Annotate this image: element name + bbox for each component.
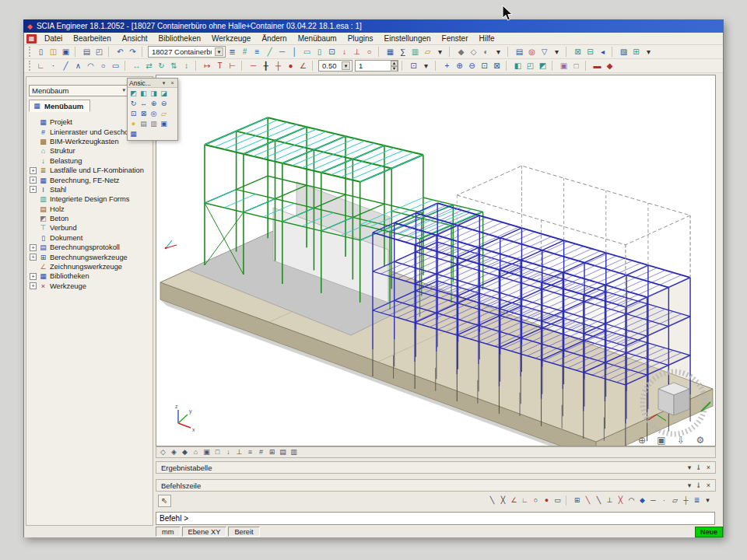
menu-fenster[interactable]: Fenster: [437, 33, 474, 44]
tree-expander-icon[interactable]: +: [30, 167, 37, 174]
bold-line-icon[interactable]: ▬: [591, 60, 603, 72]
numbering-icon[interactable]: #: [256, 447, 266, 457]
tree-item-holz[interactable]: ▤Holz: [30, 205, 151, 214]
menu-hilfe[interactable]: Hilfe: [473, 33, 500, 44]
sidebar-panel-combo[interactable]: Menübaum ▾: [29, 85, 128, 96]
sidebar-tab-menubaum[interactable]: ▦ Menübaum: [29, 100, 90, 112]
zoom-in-icon[interactable]: ⊕: [454, 60, 465, 72]
wireframe-mode-icon[interactable]: ◇: [158, 447, 168, 457]
supports-display-icon[interactable]: ⊥: [234, 447, 244, 457]
deselect-icon[interactable]: ⊟: [584, 46, 596, 58]
copy-icon[interactable]: ⇄: [143, 60, 155, 72]
tree-item-struktur[interactable]: ⌂Struktur: [30, 146, 151, 156]
tree-item-berechnungswerkzeuge[interactable]: +⊞Berechnungswerkzeuge: [30, 252, 151, 261]
snap-line-icon[interactable]: ╲: [487, 495, 497, 506]
snap-ortho-icon[interactable]: ∟: [520, 495, 530, 506]
snap-angle-icon[interactable]: ∠: [509, 495, 519, 506]
arc-icon[interactable]: ◠: [85, 60, 96, 72]
labels-display-icon[interactable]: ≡: [245, 447, 255, 457]
axis-cross-icon[interactable]: ┼: [272, 60, 284, 72]
member-icon[interactable]: ╱: [264, 46, 275, 58]
move-icon[interactable]: ↔: [131, 60, 142, 72]
print-preview-icon[interactable]: ◰: [93, 46, 105, 58]
circle-icon[interactable]: ○: [97, 60, 109, 72]
mirror-icon[interactable]: ⇅: [168, 60, 180, 72]
render-mode-icon[interactable]: ▦: [128, 129, 139, 139]
zoom-all-icon[interactable]: ⊠: [491, 60, 503, 72]
menu-men-baum[interactable]: Menübaum: [293, 33, 342, 44]
plate-icon[interactable]: ▭: [301, 46, 313, 58]
column-icon[interactable]: │: [289, 46, 300, 58]
dropdown-arrow-icon[interactable]: ▾: [420, 60, 432, 72]
rotate-icon[interactable]: ↻: [156, 60, 167, 72]
calculation-icon[interactable]: ∑: [397, 46, 409, 58]
count-spinner[interactable]: 1 ▲▼: [355, 60, 398, 72]
chevron-down-icon[interactable]: ▾: [122, 87, 125, 93]
results-close-icon[interactable]: ×: [707, 464, 710, 471]
snap-set-icon[interactable]: ▾: [703, 495, 713, 506]
clipboard-icon[interactable]: ▤: [514, 46, 525, 58]
group-icon[interactable]: ▣: [558, 60, 570, 72]
shaded-mode-icon[interactable]: ◆: [180, 447, 190, 457]
model-viewport[interactable]: zxy: [156, 75, 716, 446]
wall-icon[interactable]: ▯: [314, 46, 325, 58]
render-icon[interactable]: ◆: [455, 46, 467, 58]
tree-item-beton[interactable]: ◩Beton: [30, 214, 151, 223]
rectangle-icon[interactable]: ▭: [110, 60, 121, 72]
ungroup-icon[interactable]: □: [570, 60, 582, 72]
dropdown-arrow-icon[interactable]: ▾: [493, 46, 504, 58]
tree-item-zeichnungswerkzeuge[interactable]: ∠Zeichnungswerkzeuge: [30, 262, 151, 271]
spin-down-icon[interactable]: ▼: [391, 66, 398, 72]
tree-expander-icon[interactable]: +: [30, 282, 37, 289]
command-input[interactable]: [156, 512, 715, 525]
menu-ansicht[interactable]: Ansicht: [117, 33, 153, 44]
zoom-out-icon[interactable]: ⊖: [466, 60, 478, 72]
polyline-icon[interactable]: ∧: [72, 60, 84, 72]
tree-item-integrierte-design-forms[interactable]: ▥Integrierte Design Forms: [30, 194, 151, 204]
tree-item-verbund[interactable]: ⊤Verbund: [30, 223, 151, 233]
point-icon[interactable]: ·: [47, 60, 59, 72]
scale-combo[interactable]: 0.50 ▾: [318, 60, 352, 72]
select-icon[interactable]: ⊠: [572, 46, 584, 58]
snap-vertex-icon[interactable]: ·: [659, 495, 669, 506]
status-unit[interactable]: mm: [156, 527, 181, 537]
snap-center-icon[interactable]: ◆: [637, 495, 647, 506]
tree-expander-icon[interactable]: +: [30, 244, 37, 251]
command-close-icon[interactable]: ×: [707, 481, 710, 489]
snap-grid-icon[interactable]: ⊞: [572, 495, 582, 506]
tree-item-werkzeuge[interactable]: +×Werkzeuge: [30, 282, 151, 291]
angle-icon[interactable]: ∠: [297, 60, 309, 72]
dropdown-arrow-icon[interactable]: ▾: [551, 46, 563, 58]
results-panel-header[interactable]: Ergebnistabelle ▾ ⊸ ×: [156, 461, 716, 474]
dimension-icon[interactable]: ↦: [202, 60, 213, 72]
hidden-line-icon[interactable]: ◈: [169, 447, 179, 457]
snap-end-icon[interactable]: ╲: [594, 495, 604, 506]
beam-icon[interactable]: ─: [276, 46, 288, 58]
viewport-zoom-icon[interactable]: ⊕: [635, 434, 649, 446]
command-pin-icon[interactable]: ⊸: [696, 481, 702, 489]
opening-icon[interactable]: ⊡: [326, 46, 338, 58]
volume-icon[interactable]: ▣: [202, 447, 212, 457]
menu-einstellungen[interactable]: Einstellungen: [379, 33, 437, 44]
storey-icon[interactable]: ≡: [251, 46, 263, 58]
tree-item-lastf-lle-und-lf-kombination[interactable]: +≣Lastfälle und LF-Kombination: [30, 166, 151, 175]
support-icon[interactable]: ⊥: [351, 46, 363, 58]
new-document-icon[interactable]: ▯: [35, 46, 47, 58]
menu-werkzeuge[interactable]: Werkzeuge: [206, 33, 256, 44]
snap-int-icon[interactable]: ╳: [615, 495, 626, 506]
activity-icon[interactable]: ◎: [526, 46, 538, 58]
results-dropdown-icon[interactable]: ▾: [688, 464, 692, 471]
load-icon[interactable]: ↓: [338, 46, 350, 58]
menu-ndern[interactable]: Ändern: [256, 33, 292, 44]
top-view-icon[interactable]: ◰: [524, 60, 536, 72]
layer-visibility-icon[interactable]: ▤: [139, 119, 149, 129]
tree-item-belastung[interactable]: ↓Belastung: [30, 156, 151, 166]
snap-node-icon[interactable]: ●: [542, 495, 552, 506]
status-plane[interactable]: Ebene XY: [182, 527, 227, 537]
palette-dropdown-icon[interactable]: ▾: [160, 80, 167, 86]
table-input-icon[interactable]: ⊞: [630, 46, 642, 58]
iso-view-icon[interactable]: ◩: [537, 60, 549, 72]
red-node-icon[interactable]: ●: [285, 60, 296, 72]
snap-axis-icon[interactable]: ┼: [681, 495, 691, 506]
hinge-icon[interactable]: ○: [363, 46, 375, 58]
